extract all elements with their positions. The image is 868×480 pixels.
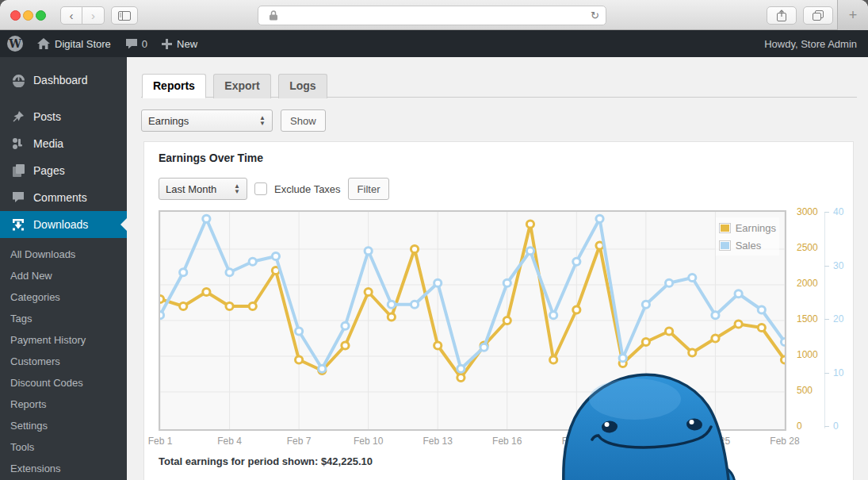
legend-label: Sales (736, 240, 762, 252)
axis-tick-label: Feb 16 (484, 436, 531, 447)
report-type-select[interactable]: Earnings ▲▼ (141, 109, 273, 132)
sidebar-subitem-categories[interactable]: Categories (0, 286, 127, 308)
tab-reports[interactable]: Reports (142, 74, 206, 98)
legend-swatch (719, 240, 731, 251)
pin-icon (10, 109, 26, 125)
exclude-taxes-checkbox[interactable] (254, 182, 267, 195)
axis-tick-label: 0 (833, 420, 868, 432)
total-earnings-line: Total earnings for period shown: $42,225… (159, 455, 853, 467)
select-arrows-icon: ▲▼ (226, 183, 240, 194)
date-range-select[interactable]: Last Month ▲▼ (159, 178, 247, 200)
axis-tick-label: 2000 (797, 278, 832, 289)
sidebar-item-dashboard[interactable]: Dashboard (0, 67, 127, 94)
legend-swatch (719, 223, 731, 233)
axis-tick-label: 2500 (797, 242, 832, 253)
zoom-window-button[interactable] (36, 10, 46, 21)
axis-tick-label: 40 (833, 206, 868, 217)
tab-export[interactable]: Export (213, 74, 270, 98)
browser-titlebar: ‹ › ↻ + (0, 0, 868, 30)
sidebar-icon (118, 11, 131, 21)
site-name: Digital Store (55, 38, 111, 50)
new-label: New (177, 38, 197, 50)
axis-tick-label: 20 (833, 313, 868, 324)
axis-tick-label: Feb 13 (414, 436, 461, 447)
filter-button[interactable]: Filter (348, 178, 390, 200)
sidebar-subitem-customers[interactable]: Customers (0, 351, 127, 372)
forward-button[interactable]: › (82, 6, 105, 25)
back-button[interactable]: ‹ (60, 6, 82, 25)
plus-icon (162, 39, 172, 49)
panel-title: Earnings Over Time (159, 152, 853, 164)
sidebar-subitem-tags[interactable]: Tags (0, 308, 127, 329)
axis-tick-label: Feb 4 (206, 436, 254, 447)
sidebar-item-comments[interactable]: Comments (0, 184, 127, 211)
howdy-account-menu[interactable]: Howdy, Store Admin (764, 38, 868, 50)
sidebar-subitem-reports[interactable]: Reports (0, 394, 127, 415)
comment-bubble-icon (125, 38, 138, 49)
close-window-button[interactable] (10, 10, 21, 21)
sidebar-item-media[interactable]: Media (0, 130, 127, 157)
edd-mascot-graphic (556, 372, 742, 480)
admin-content: Reports Export Logs Earnings ▲▼ Show Ear… (127, 57, 868, 480)
sidebar-subitem-tools[interactable]: Tools (0, 436, 127, 458)
axis-tick-label: Feb 7 (275, 436, 323, 447)
legend-item-earnings: Earnings (719, 219, 776, 236)
sidebar-item-pages[interactable]: Pages (0, 157, 127, 184)
share-button[interactable] (767, 6, 797, 25)
wp-logo-menu[interactable]: W (0, 30, 30, 57)
sales-axis-tick (824, 426, 829, 427)
dashboard-icon (10, 72, 26, 88)
sidebar-toggle-button[interactable] (111, 6, 138, 25)
chart-area: EarningsSales (159, 210, 853, 448)
legend-label: Earnings (736, 222, 776, 234)
sidebar-subitem-payment-history[interactable]: Payment History (0, 329, 127, 351)
new-content-menu[interactable]: New (155, 30, 205, 57)
axis-tick-label: 1000 (797, 349, 832, 360)
axis-tick-label: 30 (833, 260, 868, 271)
tab-overview-button[interactable] (803, 6, 833, 25)
new-tab-button[interactable]: + (837, 0, 868, 30)
share-icon (777, 10, 786, 21)
comments-menu[interactable]: 0 (118, 30, 155, 57)
home-icon (37, 38, 50, 50)
site-name-menu[interactable]: Digital Store (30, 30, 118, 57)
comments-icon (10, 190, 26, 205)
lock-icon (270, 10, 277, 21)
wp-admin-bar: W Digital Store 0 New Howdy, Store Admin (0, 30, 868, 57)
axis-tick-label: 10 (833, 367, 868, 378)
comment-count: 0 (142, 38, 147, 50)
tab-logs[interactable]: Logs (278, 74, 327, 98)
report-tabs: Reports Export Logs (141, 73, 857, 98)
media-icon (10, 136, 26, 152)
wordpress-logo-icon: W (7, 36, 23, 52)
chart-legend: EarningsSales (716, 217, 779, 255)
earnings-report-panel: Earnings Over Time Last Month ▲▼ Exclude… (143, 141, 854, 480)
show-button[interactable]: Show (281, 109, 326, 132)
sidebar-subitem-all-downloads[interactable]: All Downloads (0, 244, 127, 265)
sidebar-item-downloads[interactable]: Downloads (0, 211, 127, 238)
axis-tick-label: 500 (797, 385, 832, 396)
sidebar-subitem-add-new[interactable]: Add New (0, 265, 127, 286)
axis-tick-label: Feb 10 (345, 436, 392, 447)
browser-window: ‹ › ↻ + W Digital Store 0 (0, 0, 868, 480)
admin-sidebar: Dashboard Posts Media Pages Comments Dow… (0, 57, 127, 480)
sidebar-subitem-extensions[interactable]: Extensions (0, 458, 127, 479)
axis-tick-label: Feb 28 (761, 436, 809, 447)
minimize-window-button[interactable] (23, 10, 33, 21)
sidebar-subitem-settings[interactable]: Settings (0, 415, 127, 436)
select-arrows-icon: ▲▼ (251, 115, 266, 126)
sales-axis-tick (824, 266, 829, 267)
sidebar-item-posts[interactable]: Posts (0, 103, 127, 130)
axis-tick-label: Feb 1 (136, 436, 184, 447)
tabs-icon (813, 10, 824, 21)
sidebar-subitem-discount-codes[interactable]: Discount Codes (0, 372, 127, 394)
sales-axis-tick (824, 373, 829, 374)
reload-button[interactable]: ↻ (591, 10, 599, 21)
legend-item-sales: Sales (719, 236, 776, 254)
downloads-submenu: All DownloadsAdd NewCategoriesTagsPaymen… (0, 238, 127, 480)
sales-axis-tick (824, 212, 829, 213)
address-bar[interactable]: ↻ (258, 6, 606, 25)
sales-axis-tick (824, 319, 829, 320)
exclude-taxes-label: Exclude Taxes (274, 183, 341, 195)
pages-icon (10, 163, 26, 179)
